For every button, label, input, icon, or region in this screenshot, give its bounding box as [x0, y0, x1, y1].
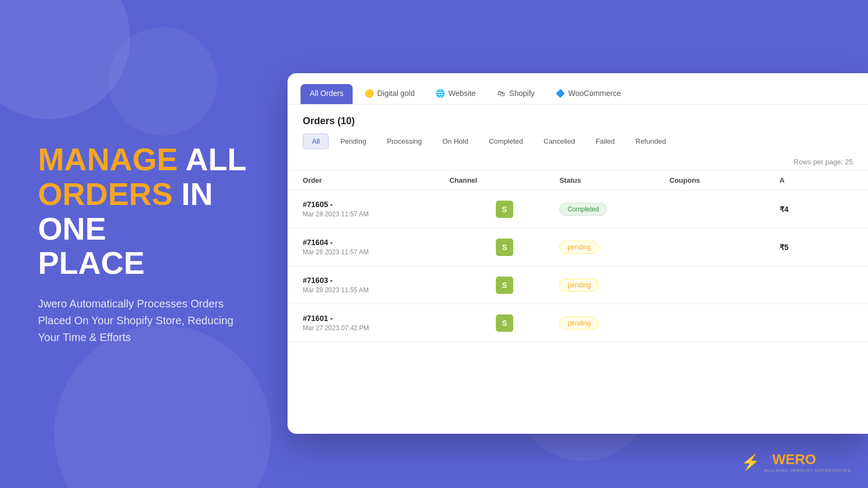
channel-cell-3: S [449, 314, 559, 332]
status-badge-1: pending [559, 241, 599, 254]
hero-word-orders: ORDERS [38, 176, 173, 211]
order-date-3: Mar 27 2023 07:42 PM [303, 324, 449, 332]
orders-count-title: Orders (10) [303, 115, 355, 126]
status-tab-processing[interactable]: Processing [378, 133, 431, 149]
tab-shopify[interactable]: 🛍 Shopify [487, 84, 544, 105]
status-badge-2: pending [559, 279, 599, 292]
order-info-3: #71601 - Mar 27 2023 07:42 PM [303, 314, 449, 332]
shopify-tab-icon: 🛍 [496, 88, 506, 98]
order-id-3: #71601 - [303, 314, 449, 323]
hero-word-all: ALL [186, 142, 247, 177]
jwero-logo: ⚡ J WERO BUILDING JEWELRY EXPERIENCES [741, 451, 851, 473]
orders-table: Order Channel Status Coupons A #71605 - … [288, 170, 868, 434]
logo-wero: WERO [772, 451, 816, 468]
table-header-row: Order Channel Status Coupons A [288, 170, 868, 190]
channel-cell-0: S [449, 201, 559, 218]
order-id-2: #71603 - [303, 276, 449, 285]
shopify-icon-3: S [496, 314, 513, 332]
tab-shopify-label: Shopify [509, 89, 535, 98]
tab-digital-gold[interactable]: 🟡 Digital gold [355, 84, 424, 105]
shopify-icon-0: S [496, 201, 513, 218]
table-body: #71605 - Mar 28 2023 11:57 AM S Complete… [288, 190, 868, 342]
col-header-channel: Channel [449, 176, 559, 184]
channel-cell-2: S [449, 277, 559, 294]
left-panel: MANAGE ALL ORDERS IN ONE PLACE Jwero Aut… [0, 0, 288, 488]
status-tab-cancelled[interactable]: Cancelled [534, 133, 584, 149]
order-info-1: #71604 - Mar 28 2023 11:57 AM [303, 238, 449, 256]
tab-bar: All Orders 🟡 Digital gold 🌐 Website 🛍 Sh… [288, 73, 868, 105]
col-header-status: Status [559, 176, 669, 184]
hero-subtitle: Jwero Automatically Processes Orders Pla… [38, 296, 250, 346]
tab-woocommerce-label: WooCommerce [569, 89, 621, 98]
table-row[interactable]: #71601 - Mar 27 2023 07:42 PM S pending [288, 304, 868, 342]
status-cell-2: pending [559, 279, 669, 292]
status-cell-3: pending [559, 317, 669, 330]
table-row[interactable]: #71603 - Mar 28 2023 11:55 AM S pending [288, 266, 868, 304]
tab-digital-gold-label: Digital gold [377, 89, 414, 98]
order-id-1: #71604 - [303, 238, 449, 247]
website-icon: 🌐 [436, 88, 445, 98]
tab-woocommerce[interactable]: 🔷 WooCommerce [546, 84, 630, 105]
col-header-amount: A [780, 176, 853, 184]
order-id-0: #71605 - [303, 200, 449, 209]
svg-text:S: S [502, 204, 507, 213]
svg-text:S: S [502, 242, 507, 251]
order-date-2: Mar 28 2023 11:55 AM [303, 286, 449, 294]
table-controls: Rows per page: 25 [288, 156, 868, 170]
shopify-icon-2: S [496, 277, 513, 294]
status-badge-0: Completed [559, 203, 607, 216]
logo-j: J [764, 451, 772, 468]
hero-word-place: PLACE [38, 245, 145, 280]
channel-cell-1: S [449, 239, 559, 256]
amount-cell-1: ₹5 [780, 243, 853, 252]
amount-cell-0: ₹4 [780, 205, 853, 214]
status-tab-on-hold[interactable]: On Hold [433, 133, 477, 149]
table-row[interactable]: #71604 - Mar 28 2023 11:57 AM S pending … [288, 228, 868, 266]
order-date-1: Mar 28 2023 11:57 AM [303, 248, 449, 256]
logo-bolt-icon: ⚡ [741, 453, 760, 471]
shopify-icon-1: S [496, 239, 513, 256]
order-info-0: #71605 - Mar 28 2023 11:57 AM [303, 200, 449, 218]
logo-tagline: BUILDING JEWELRY EXPERIENCES [764, 468, 851, 473]
status-filter-bar: All Pending Processing On Hold Completed… [288, 133, 868, 156]
status-badge-3: pending [559, 317, 599, 330]
woocommerce-icon: 🔷 [556, 88, 565, 98]
col-header-coupons: Coupons [669, 176, 780, 184]
col-header-order: Order [303, 176, 449, 184]
orders-card: All Orders 🟡 Digital gold 🌐 Website 🛍 Sh… [288, 73, 868, 434]
svg-text:S: S [502, 280, 507, 289]
svg-text:S: S [502, 318, 507, 327]
status-tab-failed[interactable]: Failed [586, 133, 624, 149]
table-row[interactable]: #71605 - Mar 28 2023 11:57 AM S Complete… [288, 190, 868, 228]
hero-word-manage: MANAGE [38, 142, 178, 177]
status-tab-completed[interactable]: Completed [480, 133, 532, 149]
status-tab-refunded[interactable]: Refunded [626, 133, 675, 149]
status-cell-0: Completed [559, 203, 669, 216]
tab-all-orders[interactable]: All Orders [301, 84, 353, 104]
rows-per-page-label: Rows per page: 25 [794, 158, 853, 166]
status-tab-all[interactable]: All [303, 133, 329, 149]
order-info-2: #71603 - Mar 28 2023 11:55 AM [303, 276, 449, 294]
tab-website[interactable]: 🌐 Website [426, 84, 485, 105]
tab-website-label: Website [449, 89, 476, 98]
status-tab-pending[interactable]: Pending [331, 133, 375, 149]
order-date-0: Mar 28 2023 11:57 AM [303, 210, 449, 218]
status-cell-1: pending [559, 241, 669, 254]
hero-title: MANAGE ALL ORDERS IN ONE PLACE [38, 142, 250, 280]
tab-all-orders-label: All Orders [310, 89, 343, 98]
orders-header: Orders (10) [288, 105, 868, 133]
digital-gold-icon: 🟡 [364, 88, 374, 98]
